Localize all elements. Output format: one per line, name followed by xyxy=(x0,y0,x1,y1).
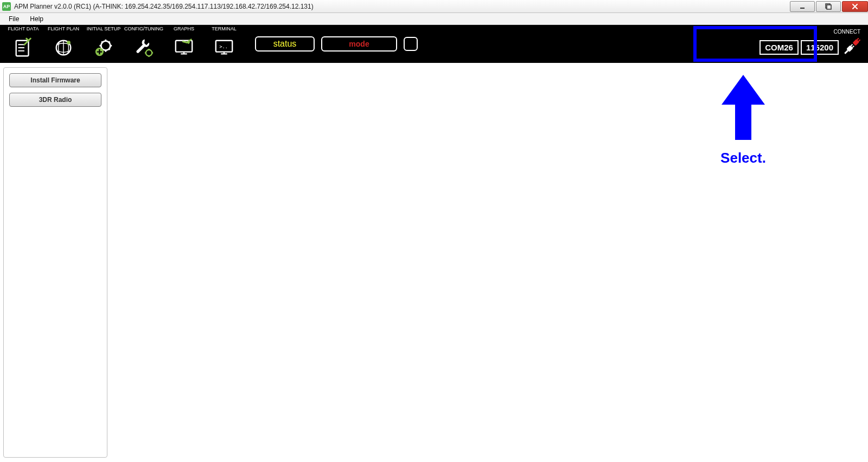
flight-data-icon xyxy=(13,33,34,63)
svg-point-16 xyxy=(146,50,152,56)
terminal-label: TERMINAL xyxy=(212,26,237,33)
arm-indicator xyxy=(404,37,418,51)
sidebar: Install Firmware 3DR Radio xyxy=(3,67,107,458)
svg-line-11 xyxy=(109,42,110,43)
svg-rect-2 xyxy=(827,5,831,9)
menu-file[interactable]: File xyxy=(3,14,24,24)
graphs-icon xyxy=(174,33,194,63)
connect-area: CONNECT COM26 115200 xyxy=(756,25,866,63)
svg-line-13 xyxy=(101,42,103,43)
svg-line-26 xyxy=(859,40,860,41)
annotation-text: Select. xyxy=(720,150,766,166)
svg-line-29 xyxy=(852,46,854,48)
toolbar: FLIGHT DATA FLIGHT PLAN INITIAL SETUP CO… xyxy=(0,25,868,63)
svg-line-28 xyxy=(851,44,853,46)
install-firmware-button[interactable]: Install Firmware xyxy=(9,73,101,87)
baud-rate-select[interactable]: 115200 xyxy=(801,40,839,55)
graphs-label: GRAPHS xyxy=(174,26,194,33)
titlebar: AP APM Planner v2.0.0 (RC1) (A-THINK: 16… xyxy=(0,0,868,13)
graphs-button[interactable]: GRAPHS xyxy=(164,25,204,63)
plug-icon xyxy=(841,36,863,57)
annotation-arrow: Select. xyxy=(716,75,770,166)
arrow-up-icon xyxy=(716,75,770,145)
initial-setup-button[interactable]: INITIAL SETUP xyxy=(84,25,124,63)
config-tuning-button[interactable]: CONFIG/TUNING xyxy=(124,25,164,63)
app-icon: AP xyxy=(2,2,11,11)
status-box: status xyxy=(255,36,315,52)
close-button[interactable] xyxy=(842,1,868,12)
terminal-icon: >.. xyxy=(214,33,234,63)
flight-plan-button[interactable]: FLIGHT PLAN xyxy=(43,25,84,63)
initial-setup-label: INITIAL SETUP xyxy=(87,26,121,33)
flight-plan-label: FLIGHT PLAN xyxy=(48,26,79,33)
config-tuning-label: CONFIG/TUNING xyxy=(124,26,163,33)
initial-setup-icon xyxy=(93,33,114,63)
com-port-select[interactable]: COM26 xyxy=(760,40,799,55)
svg-line-30 xyxy=(845,50,848,54)
window-controls xyxy=(789,1,868,12)
flight-data-label: FLIGHT DATA xyxy=(8,26,39,33)
svg-rect-24 xyxy=(852,39,859,46)
flight-plan-icon xyxy=(53,33,74,63)
svg-text:>..: >.. xyxy=(219,44,227,49)
svg-line-14 xyxy=(109,49,110,50)
window-title: APM Planner v2.0.0 (RC1) (A-THINK: 169.2… xyxy=(14,3,789,10)
minimize-button[interactable] xyxy=(790,1,815,12)
3dr-radio-button[interactable]: 3DR Radio xyxy=(9,93,101,107)
svg-point-5 xyxy=(67,41,71,44)
terminal-button[interactable]: TERMINAL >.. xyxy=(204,25,244,63)
svg-rect-0 xyxy=(800,8,805,9)
maximize-button[interactable] xyxy=(816,1,841,12)
svg-line-25 xyxy=(857,38,859,40)
mode-box: mode xyxy=(321,36,397,52)
config-tuning-icon xyxy=(133,33,154,63)
connect-label: CONNECT xyxy=(834,29,860,35)
menubar: File Help xyxy=(0,13,868,25)
flight-data-button[interactable]: FLIGHT DATA xyxy=(3,25,43,63)
menu-help[interactable]: Help xyxy=(24,14,49,24)
connect-button[interactable] xyxy=(841,36,863,59)
